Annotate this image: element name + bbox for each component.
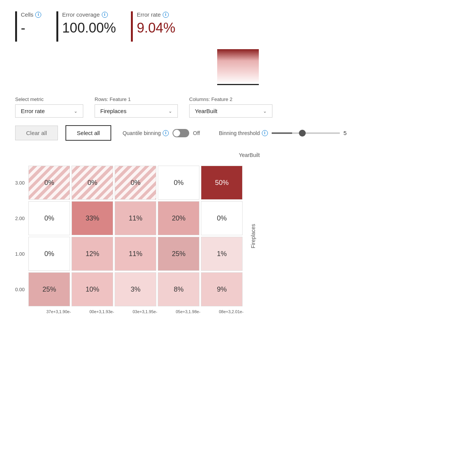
cells-label-text: Cells — [21, 11, 33, 18]
toggle-thumb — [173, 130, 180, 137]
row-label-1: 1.00 — [15, 237, 25, 271]
cell-3-3[interactable]: 0% — [158, 166, 199, 200]
dropdowns-row: Select metric Error rate ⌄ Rows: Feature… — [15, 96, 461, 118]
error-rate-label: Error rate i — [137, 11, 175, 18]
quantile-binning-group: Quantile binning i Off — [123, 129, 200, 137]
binning-threshold-slider[interactable] — [272, 132, 340, 134]
select-all-button[interactable]: Select all — [65, 125, 111, 141]
quantile-binning-label: Quantile binning i — [123, 130, 169, 136]
error-coverage-bar — [56, 11, 58, 42]
cell-1-1[interactable]: 12% — [72, 237, 113, 271]
gradient-square — [217, 49, 259, 85]
quantile-binning-toggle[interactable] — [173, 129, 189, 137]
columns-dropdown[interactable]: YearBuilt ⌄ — [189, 104, 272, 118]
quantile-binning-label-text: Quantile binning — [123, 130, 161, 136]
x-axis-labels: 37e+3,1.90e- 00e+3,1.93e- 03e+3,1.95e- 0… — [38, 309, 461, 314]
cell-0-3[interactable]: 8% — [158, 272, 199, 306]
error-coverage-label: Error coverage i — [62, 11, 116, 18]
cell-1-2[interactable]: 11% — [115, 237, 156, 271]
cell-3-1[interactable]: 0% — [72, 166, 113, 200]
cell-1-3[interactable]: 25% — [158, 237, 199, 271]
gradient-legend — [15, 49, 461, 85]
quantile-binning-info-icon[interactable]: i — [163, 130, 169, 136]
metric-chevron-icon: ⌄ — [74, 109, 78, 114]
cell-0-1[interactable]: 10% — [72, 272, 113, 306]
cell-2-1[interactable]: 33% — [72, 201, 113, 235]
x-label-0: 37e+3,1.90e- — [38, 309, 79, 314]
cell-2-0[interactable]: 0% — [28, 201, 70, 235]
binning-threshold-slider-container: 5 — [272, 130, 347, 136]
matrix-grid: 0% 0% 0% 0% 50% 0% 33% 11% 20% 0% 0% — [28, 166, 243, 306]
error-rate-value: 9.04% — [137, 20, 175, 36]
metric-dropdown-group: Select metric Error rate ⌄ — [15, 96, 83, 118]
cells-label: Cells i — [21, 11, 41, 18]
matrix-row-2: 0% 33% 11% 20% 0% — [28, 201, 243, 235]
buttons-row: Clear all Select all Quantile binning i … — [15, 125, 461, 141]
metric-dropdown-value: Error rate — [21, 108, 45, 114]
matrix-row-axis-label: Fireplaces — [250, 224, 256, 248]
binning-threshold-value: 5 — [344, 130, 347, 136]
cell-0-0[interactable]: 25% — [28, 272, 70, 306]
cell-3-4[interactable]: 50% — [201, 166, 243, 200]
error-rate-bar — [131, 11, 133, 42]
matrix-row-0: 25% 10% 3% 8% 9% — [28, 272, 243, 306]
error-coverage-label-text: Error coverage — [62, 11, 100, 18]
columns-dropdown-value: YearBuilt — [195, 108, 218, 114]
cell-0-4[interactable]: 9% — [201, 272, 243, 306]
matrix-section: YearBuilt 3.00 2.00 1.00 0.00 0% 0% 0% 0… — [15, 152, 461, 314]
cell-2-4[interactable]: 0% — [201, 201, 243, 235]
clear-all-button[interactable]: Clear all — [15, 126, 58, 140]
rows-chevron-icon: ⌄ — [168, 109, 172, 114]
columns-dropdown-label: Columns: Feature 2 — [189, 96, 272, 102]
toggle-state-label: Off — [193, 130, 200, 136]
metric-dropdown-label: Select metric — [15, 96, 83, 102]
cell-3-2[interactable]: 0% — [115, 166, 156, 200]
x-label-3: 05e+3,1.98e- — [167, 309, 209, 314]
binning-threshold-label-text: Binning threshold — [219, 130, 260, 136]
x-label-2: 03e+3,1.95e- — [124, 309, 166, 314]
matrix-wrapper: 3.00 2.00 1.00 0.00 0% 0% 0% 0% 50% 0% 3… — [15, 166, 461, 306]
matrix-col-axis-label: YearBuilt — [38, 152, 461, 158]
cells-value: - — [21, 20, 41, 36]
cell-1-0[interactable]: 0% — [28, 237, 70, 271]
row-label-3: 3.00 — [15, 166, 25, 200]
rows-dropdown-value: Fireplaces — [100, 108, 126, 114]
metrics-row: Cells i - Error coverage i 100.00% Error… — [15, 11, 461, 42]
metric-dropdown[interactable]: Error rate ⌄ — [15, 104, 83, 118]
cells-metric: Cells i - — [15, 11, 41, 42]
error-rate-metric: Error rate i 9.04% — [131, 11, 175, 42]
error-coverage-metric: Error coverage i 100.00% — [56, 11, 116, 42]
x-label-4: 08e+3,2.01e- — [210, 309, 252, 314]
cell-2-2[interactable]: 11% — [115, 201, 156, 235]
error-rate-info-icon[interactable]: i — [163, 12, 169, 18]
rows-dropdown-group: Rows: Feature 1 Fireplaces ⌄ — [95, 96, 178, 118]
matrix-row-3: 0% 0% 0% 0% 50% — [28, 166, 243, 200]
rows-dropdown[interactable]: Fireplaces ⌄ — [95, 104, 178, 118]
matrix-row-1: 0% 12% 11% 25% 1% — [28, 237, 243, 271]
controls-section: Select metric Error rate ⌄ Rows: Feature… — [15, 96, 461, 141]
error-coverage-info-icon[interactable]: i — [102, 12, 108, 18]
binning-threshold-label: Binning threshold i — [219, 130, 268, 136]
columns-dropdown-group: Columns: Feature 2 YearBuilt ⌄ — [189, 96, 272, 118]
binning-threshold-group: Binning threshold i 5 — [219, 130, 347, 136]
columns-chevron-icon: ⌄ — [263, 109, 267, 114]
row-labels: 3.00 2.00 1.00 0.00 — [15, 166, 28, 306]
error-coverage-value: 100.00% — [62, 20, 116, 36]
row-label-2: 2.00 — [15, 201, 25, 235]
cell-0-2[interactable]: 3% — [115, 272, 156, 306]
cells-bar — [15, 11, 17, 42]
row-label-0: 0.00 — [15, 272, 25, 306]
cells-info-icon[interactable]: i — [35, 12, 41, 18]
error-rate-label-text: Error rate — [137, 11, 160, 18]
toggle-track — [173, 129, 189, 137]
cell-1-4[interactable]: 1% — [201, 237, 243, 271]
x-label-1: 00e+3,1.93e- — [81, 309, 123, 314]
matrix-left: 3.00 2.00 1.00 0.00 0% 0% 0% 0% 50% 0% 3… — [15, 166, 243, 306]
binning-threshold-info-icon[interactable]: i — [262, 130, 268, 136]
rows-dropdown-label: Rows: Feature 1 — [95, 96, 178, 102]
cell-3-0[interactable]: 0% — [28, 166, 70, 200]
cell-2-3[interactable]: 20% — [158, 201, 199, 235]
